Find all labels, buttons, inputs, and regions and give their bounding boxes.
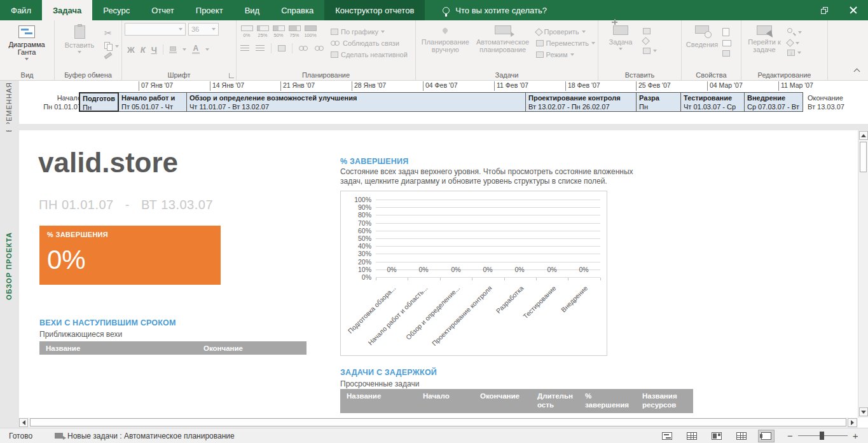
respect-links-button[interactable]: Соблюдать связи [331, 39, 408, 47]
timeline-pane[interactable]: 07 Янв '07 14 Янв '07 21 Янв '07 28 Янв … [19, 81, 868, 124]
pct-100-button[interactable]: 100% [303, 25, 318, 38]
tab-view[interactable]: Вид [234, 0, 271, 20]
group-label-clipboard: Буфер обмена [55, 71, 121, 79]
scroll-to-task-button[interactable]: Перейти к задаче [744, 23, 785, 69]
pane-divider[interactable] [0, 124, 868, 130]
close-window-button[interactable] [839, 0, 868, 20]
timeline-phase[interactable]: Обзор и определение возможностей улучшен… [186, 92, 526, 112]
auto-schedule-button[interactable]: Автоматическое планирование [475, 23, 531, 69]
chevron-down-icon [381, 31, 385, 33]
auto-schedule-label: Автоматическое планирование [475, 38, 531, 53]
mark-on-track-button[interactable]: По графику [331, 28, 408, 36]
pct-complete-chart[interactable]: 100% 90% 80% 70% 60% 50% 40% 30% 20% 10%… [340, 191, 607, 356]
deliverable-button[interactable] [643, 48, 657, 54]
tab-file[interactable]: Файл [0, 0, 42, 20]
timeline-phase[interactable]: ВнедрениеСр 07.03.07 - Вт [744, 92, 803, 112]
timeline-phase[interactable]: Проектирование контроляВт 13.02.07 - Пн … [525, 92, 637, 112]
pct-75-button[interactable]: 75% [287, 25, 302, 38]
outdent-task-button[interactable] [240, 45, 249, 51]
task-usage-shortcut[interactable] [684, 430, 700, 442]
fill-color-button[interactable] [169, 46, 177, 53]
tab-project[interactable]: Проект [185, 0, 234, 20]
pct-50-button[interactable]: 50% [271, 25, 286, 38]
fill-down-button[interactable]: ↓ [787, 50, 802, 56]
date-separator: - [125, 198, 130, 212]
unlink-tasks-button[interactable] [315, 46, 324, 51]
scroll-right-button[interactable] [848, 418, 857, 427]
tab-report[interactable]: Отчет [141, 0, 185, 20]
manual-schedule-button[interactable]: Планирование вручную [418, 23, 472, 69]
bold-button[interactable]: Ж [127, 45, 135, 55]
tab-task[interactable]: Задача [42, 0, 92, 20]
timeline-phase[interactable]: РазраПн [636, 92, 681, 112]
inactivate-button[interactable]: Сделать неактивной [331, 51, 408, 58]
tab-help[interactable]: Справка [270, 0, 324, 20]
information-icon [693, 25, 712, 38]
inspect-task-button[interactable]: Проверить [536, 28, 595, 36]
tab-resource[interactable]: Ресурс [92, 0, 141, 20]
resource-sheet-shortcut[interactable] [733, 430, 750, 442]
report-rail-label[interactable]: ОБЗОР ПРОЕКТА [5, 232, 13, 300]
font-color-button[interactable]: А [192, 45, 200, 54]
link-tasks-button[interactable] [299, 46, 308, 51]
timeline-phase[interactable]: ПодготовПн [79, 92, 119, 112]
insert-summary-button[interactable] [643, 28, 657, 34]
horizontal-scroll-thumb[interactable] [30, 418, 846, 426]
font-size-combobox[interactable]: 36 [188, 23, 219, 36]
report-title[interactable]: valid.store [38, 147, 178, 179]
new-tasks-mode-button[interactable]: Новые задачи : Автоматическое планирован… [67, 432, 235, 440]
underline-button[interactable]: Ч [151, 45, 157, 55]
zoom-in-button[interactable]: + [853, 430, 858, 441]
scroll-down-button[interactable] [859, 407, 868, 416]
timeline-phase[interactable]: Начало работ иПт 05.01.07 - Чт [118, 92, 187, 112]
gantt-view-icon [662, 432, 672, 440]
format-painter-button[interactable] [104, 54, 119, 57]
italic-button[interactable]: К [141, 45, 146, 55]
task-notes-button[interactable] [722, 28, 731, 36]
tell-me-label: Что вы хотите сделать? [455, 6, 547, 15]
scroll-left-button[interactable] [19, 418, 28, 427]
add-to-timeline-button[interactable] [722, 50, 731, 57]
report-view-shortcut[interactable] [758, 430, 775, 442]
pct-complete-card[interactable]: % ЗАВЕРШЕНИЯ 0% [39, 226, 221, 285]
vertical-scrollbar[interactable] [858, 130, 868, 418]
auto-schedule-icon [495, 25, 511, 34]
pct-25-button[interactable]: 25% [255, 25, 270, 38]
paste-button[interactable]: Вставить [57, 23, 102, 69]
tab-report-design[interactable]: Конструктор отчетов [324, 0, 425, 20]
split-task-button[interactable] [278, 45, 286, 51]
move-task-button[interactable]: Переместить [536, 39, 595, 47]
indent-task-button[interactable] [256, 45, 265, 51]
late-tasks-table-header: Название Начало Окончание Длительность %… [340, 389, 693, 413]
zoom-out-button[interactable]: − [787, 430, 793, 441]
gantt-chart-view-button[interactable]: Диаграмма Ганта [3, 23, 51, 69]
timeline-tick: 18 Фев '07 [565, 81, 600, 91]
task-mode-button[interactable]: Режим [536, 51, 595, 58]
late-tasks-subtitle: Просроченные задачи [340, 379, 419, 388]
insert-milestone-button[interactable] [643, 38, 657, 44]
find-button[interactable] [787, 28, 802, 36]
clear-button[interactable] [787, 40, 802, 46]
chevron-down-icon [653, 50, 657, 52]
font-name-combobox[interactable] [125, 23, 186, 36]
restore-window-button[interactable] [809, 0, 839, 20]
timeline-phase[interactable]: ТестированиеЧт 01.03.07 - Ср [680, 92, 745, 112]
horizontal-scrollbar[interactable] [19, 418, 858, 428]
scroll-up-button[interactable] [859, 131, 868, 140]
insert-task-button[interactable]: Задача [601, 23, 640, 69]
copy-button[interactable] [104, 42, 119, 50]
team-planner-shortcut[interactable] [708, 430, 725, 442]
collapse-ribbon-button[interactable] [855, 69, 860, 75]
report-view-icon [761, 432, 771, 440]
task-details-button[interactable] [722, 40, 731, 46]
zoom-slider-thumb[interactable] [820, 432, 824, 440]
gantt-view-shortcut[interactable] [659, 430, 675, 442]
zoom-slider[interactable] [798, 435, 848, 436]
vertical-scroll-thumb[interactable] [860, 142, 867, 172]
task-information-button[interactable]: Сведения [684, 23, 720, 69]
cut-button[interactable]: ✂ [104, 28, 119, 38]
restore-icon [821, 7, 828, 14]
pct-0-button[interactable]: 0% [239, 25, 254, 38]
tell-me-search[interactable]: Что вы хотите сделать? [443, 0, 547, 20]
group-label-font: Шрифт [122, 71, 236, 79]
